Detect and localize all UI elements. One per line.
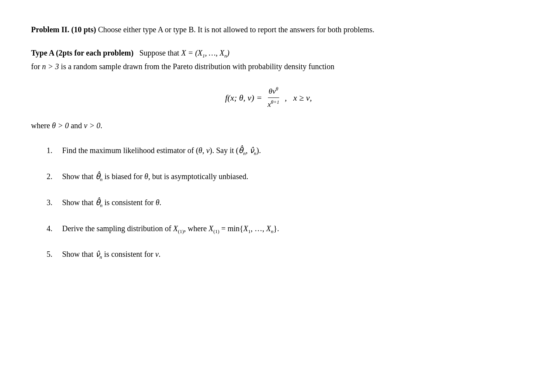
list-num-1: 1. — [47, 144, 57, 157]
problem-header: Problem II. (10 pts) Choose either type … — [31, 23, 506, 36]
problem-list: 1. Find the maximum likelihood estimator… — [31, 144, 506, 261]
list-item-4: 4. Derive the sampling distribution of X… — [47, 222, 506, 236]
formula-lhs: f(x; θ, ν) = — [225, 91, 262, 105]
formula-block: f(x; θ, ν) = θνθ xθ+1 , x ≥ ν, — [31, 85, 506, 111]
type-a-section: Type A (2pts for each problem) Suppose t… — [31, 47, 506, 132]
list-content-4: Derive the sampling distribution of X(1)… — [62, 222, 279, 236]
list-content-3: Show that θ̂n is consistent for θ. — [62, 196, 162, 210]
problem-title: Problem II. (10 pts) — [31, 25, 96, 34]
list-item-1: 1. Find the maximum likelihood estimator… — [47, 144, 506, 158]
formula-rhs: , x ≥ ν, — [285, 91, 312, 105]
list-num-3: 3. — [47, 196, 57, 209]
type-a-label: Type A (2pts for each problem) — [31, 49, 134, 57]
list-num-2: 2. — [47, 170, 57, 183]
list-item-5: 5. Show that ν̂n is consistent for ν. — [47, 248, 506, 261]
list-content-1: Find the maximum likelihood estimator of… — [62, 144, 261, 158]
list-item-3: 3. Show that θ̂n is consistent for θ. — [47, 196, 506, 210]
list-content-2: Show that θ̂n is biased for θ, but is as… — [62, 170, 248, 184]
formula-fraction: θνθ xθ+1 — [267, 85, 280, 111]
list-num-5: 5. — [47, 248, 57, 260]
where-line: where θ > 0 and ν > 0. — [31, 119, 506, 132]
type-a-body-text: for n > 3 is a random sample drawn from … — [31, 62, 334, 71]
list-content-5: Show that ν̂n is consistent for ν. — [62, 248, 161, 261]
formula-display: f(x; θ, ν) = θνθ xθ+1 , x ≥ ν, — [31, 85, 506, 111]
list-num-4: 4. — [47, 222, 57, 235]
problem-description: Choose either type A or type B. It is no… — [98, 25, 374, 34]
type-a-intro-paragraph: Type A (2pts for each problem) Suppose t… — [31, 47, 506, 73]
type-a-intro-text: Suppose that X = (X1, …, Xn) — [136, 49, 229, 57]
list-item-2: 2. Show that θ̂n is biased for θ, but is… — [47, 170, 506, 184]
